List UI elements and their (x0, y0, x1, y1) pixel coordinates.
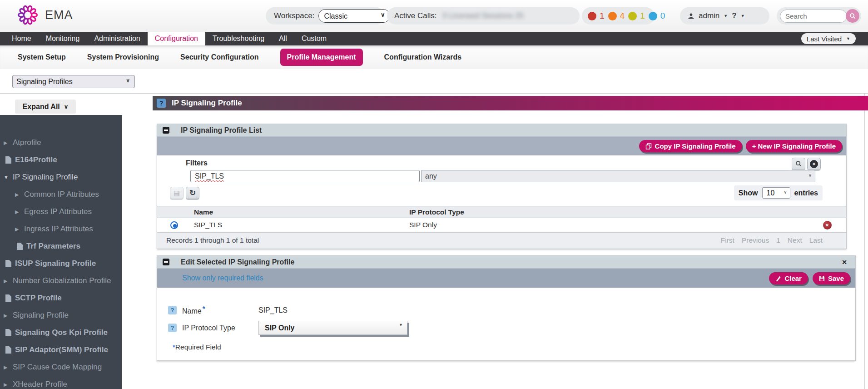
required-star: * (203, 304, 205, 312)
edit-actions: Clear Save (769, 272, 850, 284)
list-controls-row: ▦ ↻ Show 10 ∨ entries (170, 185, 846, 200)
sidebar-item-xheader-profile[interactable]: ▶XHeader Profile (0, 376, 122, 389)
show-entries-control: Show 10 ∨ entries (734, 185, 823, 200)
subnav-tab-profile-management[interactable]: Profile Management (280, 49, 363, 66)
type-filter-select[interactable]: any (421, 170, 815, 182)
caret-down-icon: ▼ (724, 14, 728, 18)
expand-all-button[interactable]: Expand All ∨ (15, 100, 76, 114)
nav-item-configuration[interactable]: Configuration (148, 32, 205, 45)
chevron-expanded-icon: ▼ (4, 175, 13, 180)
delete-row-icon[interactable]: ✕ (823, 221, 832, 229)
nav-item-custom[interactable]: Custom (294, 32, 334, 45)
refresh-button[interactable]: ↻ (186, 187, 199, 199)
help-icon[interactable]: ? (168, 306, 177, 314)
actions-column-header (808, 206, 846, 218)
help-menu-button[interactable]: ? (732, 11, 736, 20)
configuration-subnav: System SetupSystem ProvisioningSecurity … (0, 45, 868, 69)
apply-filter-button[interactable] (792, 158, 805, 170)
search-button[interactable] (846, 9, 859, 23)
chevron-down-icon: ∨ (64, 103, 69, 110)
copy-profile-button[interactable]: Copy IP Signaling Profile (639, 140, 742, 152)
records-summary: Records 1 through 1 of 1 total (166, 236, 259, 244)
search-icon (795, 160, 802, 167)
major-alarm-dot (608, 12, 617, 20)
sidebar-item-signaling-qos-kpi-profile[interactable]: Signaling Qos Kpi Profile (0, 324, 122, 341)
sidebar-item-isup-signaling-profile[interactable]: ISUP Signaling Profile (0, 255, 122, 272)
last-visited-button[interactable]: Last Visited ▼ (801, 33, 856, 44)
name-filter-input[interactable]: SIP_TLS (190, 170, 420, 182)
filters-zone: Filters ✕ SIP_TLS any ∨ (157, 155, 846, 200)
caret-down-icon: ▼ (846, 36, 850, 41)
show-label: Show (739, 189, 758, 197)
sidebar-item-sip-adaptor-smm-profile[interactable]: SIP Adaptor(SMM) Profile (0, 341, 122, 359)
file-icon (5, 294, 11, 302)
new-profile-button[interactable]: + New IP Signaling Profile (746, 140, 842, 152)
profile-type-select-wrap: Signaling Profiles ∨ (12, 75, 135, 88)
clear-button[interactable]: Clear (769, 272, 808, 284)
sidebar-item-common-ip-attributes[interactable]: ▶Common IP Attributes (0, 186, 122, 203)
pagination-first[interactable]: First (721, 236, 734, 244)
active-calls-redacted-value: 3 Licensed Sessions 25 (442, 11, 524, 20)
entries-label: entries (794, 189, 818, 197)
collapse-panel-icon[interactable] (163, 259, 169, 265)
page-size-select[interactable]: 10 (762, 187, 790, 199)
edit-panel-toolbar: Show only required fields Clear Save (157, 269, 855, 288)
column-chooser-button[interactable]: ▦ (170, 187, 184, 199)
sidebar-item-ip-signaling-profile[interactable]: ▼IP Signaling Profile (0, 169, 122, 186)
ema-logo-icon (17, 5, 38, 25)
sidebar-item-number-globalization-profile[interactable]: ▶Number Globalization Profile (0, 272, 122, 289)
active-calls-label: Active Calls: (394, 11, 437, 20)
sidebar-item-e164profile[interactable]: E164Profile (0, 151, 122, 169)
nav-item-monitoring[interactable]: Monitoring (39, 32, 87, 45)
pagination-last[interactable]: Last (809, 236, 823, 244)
nav-item-administration[interactable]: Administration (87, 32, 147, 45)
pagination-1[interactable]: 1 (776, 236, 780, 244)
pagination-next[interactable]: Next (788, 236, 802, 244)
edit-panel-header: Edit Selected IP Signaling Profile ✕ (157, 256, 855, 269)
sidebar-item-egress-ip-attributes[interactable]: ▶Egress IP Attributes (0, 203, 122, 220)
save-icon (819, 275, 825, 281)
user-menu-pill[interactable]: admin ▼ ? ▼ (680, 7, 769, 25)
alarm-summary-pill[interactable]: 1410 (582, 7, 655, 25)
nav-item-troubleshooting[interactable]: Troubleshooting (205, 32, 272, 45)
clear-filter-button[interactable]: ✕ (807, 158, 821, 170)
subnav-tab-system-setup[interactable]: System Setup (18, 53, 66, 61)
filter-inputs-row: SIP_TLS any ∨ (190, 170, 846, 182)
list-panel-header: IP Signaling Profile List (157, 124, 846, 137)
user-icon (688, 13, 694, 20)
sidebar-item-sctp-profile[interactable]: SCTP Profile (0, 289, 122, 307)
file-icon (5, 346, 11, 354)
workspace-select[interactable]: Classic (318, 9, 390, 23)
help-icon[interactable]: ? (168, 324, 177, 332)
select-column-header (157, 206, 191, 218)
sidebar-item-ingress-ip-attributes[interactable]: ▶Ingress IP Attributes (0, 220, 122, 238)
copy-profile-label: Copy IP Signaling Profile (655, 142, 736, 150)
sidebar-item-label: E164Profile (15, 155, 57, 165)
collapse-panel-icon[interactable] (163, 127, 169, 134)
sidebar-item-label: Ingress IP Attributes (24, 224, 93, 234)
close-icon[interactable]: ✕ (842, 259, 847, 266)
name-cell: SIP_TLS (191, 218, 407, 232)
subnav-tab-security-configuration[interactable]: Security Configuration (180, 53, 258, 61)
search-input[interactable] (780, 10, 847, 23)
help-icon[interactable]: ? (157, 99, 166, 108)
ip-protocol-select[interactable]: SIP Only ▼ (258, 321, 407, 335)
sidebar-item-trf-parameters[interactable]: Trf Parameters (0, 238, 122, 255)
pagination-previous[interactable]: Previous (742, 236, 769, 244)
nav-item-all[interactable]: All (272, 32, 294, 45)
sidebar-item-atprofile[interactable]: ▶Atprofile (0, 134, 122, 151)
name-filter-value: SIP_TLS (195, 172, 224, 180)
profile-type-select[interactable]: Signaling Profiles (12, 75, 135, 88)
page-title: IP Signaling Profile (172, 99, 242, 108)
save-button[interactable]: Save (813, 272, 850, 284)
subnav-tab-system-provisioning[interactable]: System Provisioning (87, 53, 159, 61)
row-radio-selected[interactable] (170, 221, 178, 229)
critical-alarm-dot (588, 12, 596, 20)
nav-item-home[interactable]: Home (5, 32, 39, 45)
subnav-tab-configuration-wizards[interactable]: Configuration Wizards (384, 53, 462, 61)
sidebar-item-signaling-profile[interactable]: ▶Signaling Profile (0, 307, 122, 324)
sidebar-item-sip-cause-code-mapping[interactable]: ▶SIP Cause Code Mapping (0, 359, 122, 376)
search-icon (849, 13, 856, 20)
show-required-fields-link[interactable]: Show only required fields (182, 274, 263, 282)
workspace-pill: Workspace: Classic ∨ (266, 7, 385, 25)
